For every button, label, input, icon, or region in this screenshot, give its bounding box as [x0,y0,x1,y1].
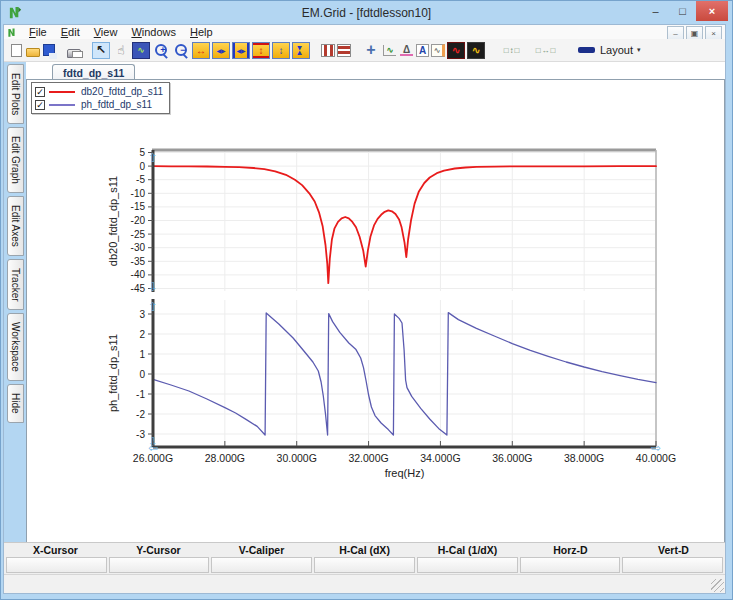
svg-text:db20_fdtd_dp_s11: db20_fdtd_dp_s11 [107,176,119,266]
sidebar-item-edit-axes[interactable]: Edit Axes [7,196,24,256]
svg-text:freq(Hz): freq(Hz) [385,467,425,479]
svg-text:-15: -15 [131,201,146,212]
readout-header: Horz-D [519,544,622,556]
mdi-controls: – ▣ × [665,26,722,40]
column-panes-icon[interactable] [321,44,335,57]
resize-grip[interactable] [711,579,724,592]
main-area: Edit PlotsEdit GraphEdit AxesTrackerWork… [4,62,725,543]
sidebar-item-workspace[interactable]: Workspace [7,313,24,381]
chevron-down-icon: ▾ [637,46,641,54]
zoom-out-icon[interactable]: − [172,42,190,59]
menu-item-file[interactable]: File [22,26,54,38]
app-body: FileEditViewWindowsHelp – ▣ × ↖☜∿+−↔◀▶◀▶… [3,24,726,594]
trace-red-icon[interactable]: ∿ [447,42,465,59]
subplot-icon[interactable]: ∿ [431,44,445,57]
svg-text:0: 0 [139,161,145,172]
sidebar: Edit PlotsEdit GraphEdit AxesTrackerWork… [4,62,26,543]
mdi-restore-button[interactable]: ▣ [686,26,703,40]
readout-header: V-Caliper [210,544,313,556]
readout-value [622,557,723,573]
legend-line-sample [49,104,75,106]
legend-item[interactable]: ✓ph_fdtd_dp_s11 [34,98,163,111]
new-document-icon[interactable] [11,44,22,57]
compress-y-icon[interactable]: ▶◀ [292,42,310,59]
readout-header: H-Cal (dX) [313,544,416,556]
layout-bar-icon [578,47,595,53]
toolbar-separator [352,50,361,51]
menu-item-view[interactable]: View [87,26,125,38]
layout-button[interactable]: Layout▾ [573,42,646,59]
sidebar-item-edit-plots[interactable]: Edit Plots [7,64,24,124]
svg-text:30.000G: 30.000G [277,452,317,464]
tab-fdtd-dp-s11[interactable]: fdtd_dp_s11 [52,64,135,80]
tab-strip: fdtd_dp_s11 [26,62,725,79]
readout-headers: X-CursorY-CursorV-CaliperH-Cal (dX)H-Cal… [4,543,725,557]
svg-text:3: 3 [139,309,145,320]
toolbar-separator [311,50,320,51]
fit-y-icon[interactable]: ↕ [252,42,270,59]
readout-value [417,557,518,573]
menu-item-edit[interactable]: Edit [54,26,87,38]
row-panes-icon[interactable] [337,44,351,57]
svg-text:2: 2 [139,329,145,340]
shrink-x-icon[interactable]: ◀▶ [212,42,230,59]
expand-x-icon[interactable]: ↔ [192,42,210,59]
menu-item-windows[interactable]: Windows [124,26,183,38]
svg-text:⇦: ⇦ [148,441,158,455]
window-title: EM.Grid - [fdtdlesson10] [1,6,732,20]
legend-label: ph_fdtd_dp_s11 [81,99,152,110]
plot-canvas[interactable]: 50-5-10-15-20-25-30-35-40-45db20_fdtd_dp… [27,80,725,543]
svg-text:32.000G: 32.000G [348,452,388,464]
title-bar: EM.Grid - [fdtdlesson10] – □ × [1,1,732,24]
crosshair-icon[interactable]: + [362,42,380,59]
mdi-close-button[interactable]: × [705,26,722,40]
legend-checkbox[interactable]: ✓ [35,100,45,110]
toolbar-separator [57,50,66,51]
legend-item[interactable]: ✓db20_fdtd_dp_s11 [34,85,163,98]
sidebar-item-tracker[interactable]: Tracker [7,259,24,311]
pan-hand-icon[interactable]: ☜ [112,42,130,59]
minimize-button[interactable]: – [642,1,669,21]
svg-text:-2: -2 [136,409,145,420]
print-icon[interactable] [67,49,81,58]
open-file-icon[interactable] [26,48,40,57]
select-cursor-icon[interactable]: ↖ [92,42,110,59]
plot-legend: ✓db20_fdtd_dp_s11✓ph_fdtd_dp_s11 [31,82,170,114]
svg-text:-30: -30 [131,242,146,253]
fit-x-icon[interactable]: ◀▶ [232,42,250,59]
close-button[interactable]: × [696,1,728,21]
menu-bar: FileEditViewWindowsHelp – ▣ × [4,25,725,40]
trace-yellow-icon[interactable]: ∿ [467,42,485,59]
axes-icon[interactable]: ∿ [383,45,396,56]
app-window: EM.Grid - [fdtdlesson10] – □ × FileEditV… [0,0,733,600]
readout-header: Vert-D [622,544,725,556]
readout-header: Y-Cursor [107,544,210,556]
svg-text:-1: -1 [136,389,145,400]
tab-label: fdtd_dp_s11 [63,67,124,79]
readout-value [314,557,415,573]
menu-item-help[interactable]: Help [183,26,220,38]
svg-text:-3: -3 [136,429,145,440]
mdi-minimize-button[interactable]: – [667,26,684,40]
maximize-button[interactable]: □ [669,1,696,21]
svg-text:28.000G: 28.000G [205,452,245,464]
plot-panel: ✓db20_fdtd_dp_s11✓ph_fdtd_dp_s11 50-5-10… [26,79,725,543]
zoom-region-icon[interactable]: ∿ [132,42,150,59]
save-icon[interactable] [43,44,55,56]
legend-checkbox[interactable]: ✓ [35,87,45,97]
delta-marker-icon[interactable]: Δ [400,44,413,56]
svg-text:5: 5 [139,147,145,158]
zoom-in-icon[interactable]: + [152,42,170,59]
toolbar: ↖☜∿+−↔◀▶◀▶↕↕▶◀+∿ΔA∿∿∿□↕□□↔□Layout▾ [4,39,725,62]
horizontal-spacing-icon[interactable]: □↔□ [530,42,562,59]
sidebar-item-hide[interactable]: Hide [7,384,24,423]
menu-items: FileEditViewWindowsHelp [22,26,220,38]
text-label-icon[interactable]: A [416,44,429,57]
svg-text:-10: -10 [131,188,146,199]
sidebar-item-edit-graph[interactable]: Edit Graph [7,127,24,193]
svg-text:⇩: ⇩ [148,280,158,294]
status-bar [4,574,725,593]
svg-text:38.000G: 38.000G [564,452,604,464]
expand-y-icon[interactable]: ↕ [272,42,290,59]
vertical-spacing-icon[interactable]: □↕□ [496,42,528,59]
